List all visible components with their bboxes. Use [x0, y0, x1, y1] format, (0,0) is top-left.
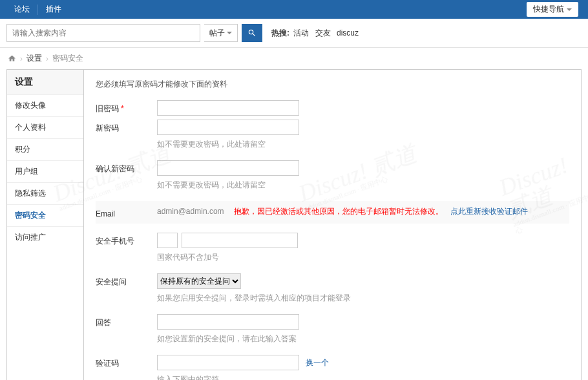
hot-link[interactable]: 活动	[293, 28, 309, 37]
hot-link[interactable]: 交友	[315, 28, 331, 37]
sidebar-item-avatar[interactable]: 修改头像	[7, 94, 83, 116]
label-email: Email	[96, 206, 157, 218]
label-phone: 安全手机号	[96, 233, 157, 247]
phone-number-input[interactable]	[182, 233, 298, 248]
hot-link[interactable]: discuz	[337, 28, 359, 37]
sidebar-item-password[interactable]: 密码安全	[7, 204, 83, 226]
caret-down-icon	[567, 8, 572, 11]
new-pwd-hint: 如不需要更改密码，此处请留空	[157, 139, 569, 150]
hot-search: 热搜: 活动 交友 discuz	[271, 28, 361, 39]
breadcrumb-current: 密码安全	[52, 53, 83, 64]
old-password-input[interactable]	[157, 100, 299, 116]
sidebar-menu: 修改头像 个人资料 积分 用户组 隐私筛选 密码安全 访问推广	[7, 94, 83, 248]
nav-plugin[interactable]: 插件	[38, 0, 69, 19]
breadcrumb-sep: ›	[46, 54, 48, 63]
sidebar-item-profile[interactable]: 个人资料	[7, 116, 83, 138]
search-type-dropdown[interactable]: 帖子	[204, 24, 238, 42]
sidebar-item-privacy[interactable]: 隐私筛选	[7, 182, 83, 204]
search-icon	[247, 28, 257, 37]
quicknav-button[interactable]: 快捷导航	[527, 2, 578, 17]
breadcrumb-settings[interactable]: 设置	[26, 53, 42, 64]
home-icon[interactable]	[8, 54, 16, 63]
label-new-pwd: 新密码	[96, 120, 157, 134]
label-old-pwd: 旧密码	[96, 104, 119, 113]
search-button[interactable]	[242, 24, 262, 42]
required-mark: *	[121, 104, 124, 113]
nav-forum[interactable]: 论坛	[6, 0, 37, 19]
label-secq: 安全提问	[96, 273, 157, 288]
security-question-select[interactable]: 保持原有的安全提问和答案	[157, 273, 241, 289]
form-notice: 您必须填写原密码才能修改下面的资料	[96, 79, 569, 90]
caret-down-icon	[227, 32, 232, 34]
confirm-pwd-hint: 如不需要更改密码，此处请留空	[157, 180, 569, 191]
captcha-hint: 输入下图中的字符	[157, 374, 569, 380]
breadcrumb-sep: ›	[20, 54, 23, 63]
captcha-refresh-link[interactable]: 换一个	[306, 357, 329, 368]
sidebar-title: 设置	[7, 70, 83, 94]
captcha-input[interactable]	[157, 355, 299, 370]
new-password-input[interactable]	[157, 120, 299, 135]
email-value: admin@admin.com	[157, 207, 224, 216]
label-captcha: 验证码	[96, 355, 157, 369]
secq-hint: 如果您启用安全提问，登录时需填入相应的项目才能登录	[157, 293, 569, 304]
sidebar-item-promotion[interactable]: 访问推广	[7, 226, 83, 248]
confirm-password-input[interactable]	[157, 160, 299, 176]
label-answer: 回答	[96, 314, 157, 328]
label-confirm-pwd: 确认新密码	[96, 160, 157, 174]
answer-hint: 如您设置新的安全提问，请在此输入答案	[157, 333, 569, 344]
email-warning: 抱歉，因已经激活或其他原因，您的电子邮箱暂时无法修改。	[234, 207, 443, 216]
sidebar-item-usergroup[interactable]: 用户组	[7, 160, 83, 182]
answer-input[interactable]	[157, 314, 299, 330]
phone-country-input[interactable]	[157, 233, 178, 248]
quicknav-label: 快捷导航	[533, 4, 564, 15]
resend-verification-link[interactable]: 点此重新接收验证邮件	[450, 207, 528, 216]
sidebar-item-points[interactable]: 积分	[7, 138, 83, 160]
search-input[interactable]	[6, 24, 200, 42]
phone-hint: 国家代码不含加号	[157, 252, 569, 263]
